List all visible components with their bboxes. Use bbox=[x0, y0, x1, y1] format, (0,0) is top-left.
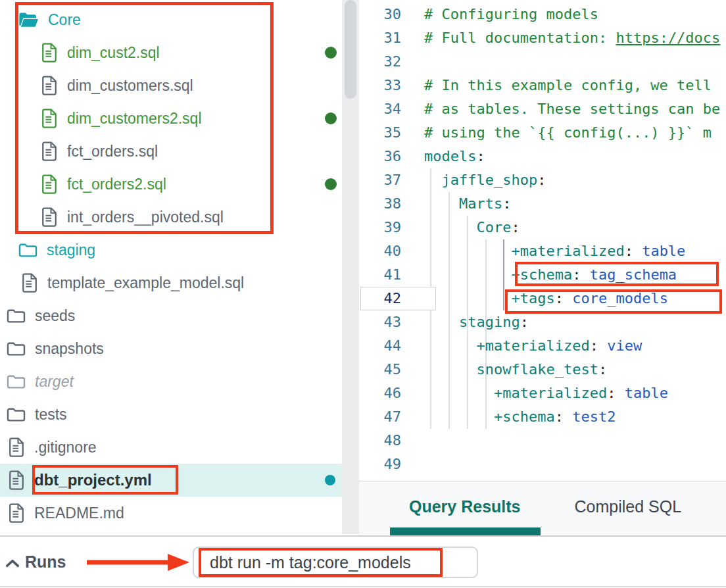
file-icon bbox=[41, 207, 58, 227]
file-icon bbox=[41, 76, 58, 95]
tree-item-core[interactable]: Core bbox=[0, 3, 342, 36]
tree-item-label: tests bbox=[35, 406, 67, 424]
tree-item-label: dbt_project.yml bbox=[34, 471, 152, 489]
modified-indicator-dot bbox=[325, 178, 337, 190]
line-content: +schema: test2 bbox=[401, 405, 616, 429]
active-tab-indicator bbox=[390, 527, 541, 535]
tree-item-dim-cust2-sql[interactable]: dim_cust2.sql bbox=[0, 36, 342, 69]
code-line-36[interactable]: 36models: bbox=[359, 145, 726, 168]
tree-item-label: dim_cust2.sql bbox=[67, 44, 160, 62]
tree-item-dim-customers-sql[interactable]: dim_customers.sql bbox=[0, 69, 342, 102]
tree-item-label: README.md bbox=[34, 504, 124, 522]
line-content bbox=[401, 429, 424, 453]
command-input[interactable] bbox=[193, 547, 478, 578]
line-content: snowflake_test: bbox=[401, 358, 607, 381]
code-line-30[interactable]: 30# Configuring models bbox=[359, 3, 726, 26]
tree-item-template-example-model-sql[interactable]: template_example_model.sql bbox=[0, 266, 342, 299]
line-number: 49 bbox=[359, 453, 401, 476]
line-content bbox=[401, 50, 424, 74]
line-number: 41 bbox=[359, 263, 401, 287]
code-line-43[interactable]: 43 staging: bbox=[359, 310, 726, 334]
doc-link[interactable]: https://docs bbox=[616, 30, 720, 46]
dbt-ide-window: Coredim_cust2.sqldim_customers.sqldim_cu… bbox=[0, 0, 726, 588]
tab-compiled-sql[interactable]: Compiled SQL bbox=[575, 497, 682, 516]
line-content: jaffle_shop: bbox=[401, 168, 546, 192]
line-number: 42 bbox=[359, 287, 401, 310]
code-line-38[interactable]: 38 Marts: bbox=[359, 192, 726, 216]
tree-item-staging[interactable]: staging bbox=[0, 233, 342, 266]
file-icon bbox=[41, 141, 58, 161]
tree-item-snapshots[interactable]: snapshots bbox=[0, 332, 342, 365]
code-line-47[interactable]: 47 +schema: test2 bbox=[359, 405, 726, 429]
tab-query-results[interactable]: Query Results bbox=[409, 497, 521, 516]
tree-item-int-orders-pivoted-sql[interactable]: int_orders__pivoted.sql bbox=[0, 201, 342, 233]
line-content: # In this example config, we tell bbox=[401, 74, 712, 97]
tree-item-readme-md[interactable]: README.md bbox=[0, 497, 342, 529]
code-line-37[interactable]: 37 jaffle_shop: bbox=[359, 168, 726, 192]
code-line-45[interactable]: 45 snowflake_test: bbox=[359, 358, 726, 381]
code-line-44[interactable]: 44 +materialized: view bbox=[359, 334, 726, 358]
tree-item-label: dim_customers2.sql bbox=[67, 110, 202, 128]
line-number: 39 bbox=[359, 216, 401, 239]
line-number: 44 bbox=[359, 334, 401, 358]
line-content: Marts: bbox=[401, 192, 511, 216]
code-editor[interactable]: 30# Configuring models31# Full documenta… bbox=[359, 0, 726, 534]
code-line-32[interactable]: 32 bbox=[359, 50, 726, 74]
tree-item-dim-customers2-sql[interactable]: dim_customers2.sql bbox=[0, 102, 342, 135]
code-line-33[interactable]: 33# In this example config, we tell bbox=[359, 74, 726, 97]
line-number: 37 bbox=[359, 168, 401, 192]
code-line-46[interactable]: 46 +materialized: table bbox=[359, 381, 726, 405]
line-number: 40 bbox=[359, 239, 401, 263]
chevron-up-icon bbox=[5, 552, 20, 572]
bottom-border bbox=[0, 586, 726, 587]
code-line-48[interactable]: 48 bbox=[359, 429, 726, 453]
code-lines: 30# Configuring models31# Full documenta… bbox=[359, 3, 726, 476]
folder-icon bbox=[7, 374, 26, 390]
code-line-39[interactable]: 39 Core: bbox=[359, 216, 726, 239]
file-icon bbox=[41, 174, 58, 194]
file-icon bbox=[21, 273, 38, 293]
line-number: 35 bbox=[359, 121, 401, 145]
code-line-42[interactable]: 42 +tags: core_models bbox=[359, 287, 726, 310]
line-content: staging: bbox=[401, 310, 529, 334]
file-icon bbox=[8, 503, 25, 523]
tree-item-label: snapshots bbox=[35, 340, 104, 358]
folder-icon bbox=[7, 406, 26, 423]
code-line-31[interactable]: 31# Full documentation: https://docs bbox=[359, 26, 726, 50]
tree-item-seeds[interactable]: seeds bbox=[0, 299, 342, 332]
code-line-40[interactable]: 40 +materialized: table bbox=[359, 239, 726, 263]
modified-indicator-dot bbox=[325, 112, 337, 124]
line-number: 33 bbox=[359, 74, 401, 97]
tree-item-dbt-project-yml[interactable]: dbt_project.yml bbox=[0, 464, 342, 497]
tree-item--gitignore[interactable]: .gitignore bbox=[0, 431, 342, 464]
line-number: 34 bbox=[359, 97, 401, 121]
line-content: # using the `{{ config(...) }}` m bbox=[401, 121, 712, 145]
tree-item-target[interactable]: target bbox=[0, 365, 342, 398]
code-line-49[interactable]: 49 bbox=[359, 453, 726, 476]
file-icon bbox=[41, 43, 58, 62]
tree-item-label: target bbox=[35, 373, 74, 391]
tree-item-tests[interactable]: tests bbox=[0, 398, 342, 431]
file-icon bbox=[8, 437, 25, 457]
runs-toggle[interactable]: Runs bbox=[5, 552, 66, 572]
line-number: 31 bbox=[359, 26, 401, 50]
folder-icon bbox=[7, 308, 26, 324]
results-tabs: Query ResultsCompiled SQL bbox=[359, 481, 726, 516]
code-line-41[interactable]: 41 +schema: tag_schema bbox=[359, 263, 726, 287]
tree-item-fct-orders-sql[interactable]: fct_orders.sql bbox=[0, 135, 342, 168]
line-content: models: bbox=[401, 145, 485, 168]
tree-item-label: fct_orders.sql bbox=[67, 143, 158, 160]
folder-open-icon bbox=[18, 11, 39, 29]
file-tree: Coredim_cust2.sqldim_customers.sqldim_cu… bbox=[0, 3, 342, 529]
tree-item-label: template_example_model.sql bbox=[47, 274, 244, 292]
tree-item-label: fct_orders2.sql bbox=[67, 176, 166, 193]
line-content: +materialized: view bbox=[401, 334, 642, 358]
line-content: # as tables. These settings can be bbox=[401, 97, 720, 121]
code-line-35[interactable]: 35# using the `{{ config(...) }}` m bbox=[359, 121, 726, 145]
tree-item-label: seeds bbox=[35, 307, 75, 325]
tree-item-label: staging bbox=[47, 241, 95, 259]
code-line-34[interactable]: 34# as tables. These settings can be bbox=[359, 97, 726, 121]
line-number: 46 bbox=[359, 381, 401, 405]
tree-item-fct-orders2-sql[interactable]: fct_orders2.sql bbox=[0, 168, 342, 201]
scrollbar-thumb[interactable] bbox=[345, 0, 356, 99]
